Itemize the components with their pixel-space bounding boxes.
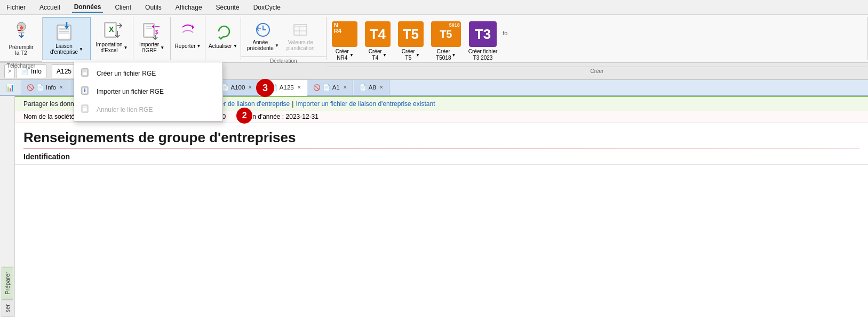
tab-a125-label: A125 (280, 84, 294, 91)
rge-create-icon (81, 68, 91, 79)
creer-t4-button[interactable]: T4 CréerT4 ▼ (363, 19, 393, 63)
svg-rect-27 (294, 25, 307, 35)
importation-arrow: ▼ (124, 45, 128, 50)
actualiser-spacer (205, 53, 241, 60)
tab-a100-close[interactable]: ✕ (248, 85, 252, 90)
menu-doxcycle[interactable]: DoxCycle (251, 3, 283, 12)
preremplir-t2-button[interactable]: 🍁 Préremplirla T2 (6, 19, 36, 58)
liaison-label: Liaisond'entreprise (50, 43, 78, 55)
tab-a8[interactable]: 📄 A8 ✕ (354, 80, 389, 95)
svg-text:🍁: 🍁 (19, 25, 23, 30)
svg-text:X: X (109, 25, 114, 34)
tab-info[interactable]: 🚫 📄 Info ✕ (21, 80, 69, 95)
creer-t5-button[interactable]: T5 CréerT5 ▼ (396, 19, 426, 63)
annuler-lien-rge-item: Annuler le lien RGE (74, 101, 222, 119)
valeurs-label: Valeurs deplanification (286, 39, 315, 51)
importer-fichier-rge-label: Importer un fichier RGE (97, 88, 164, 95)
tab-a125-close[interactable]: ✕ (297, 85, 301, 90)
preremplir-label: Préremplirla T2 (9, 44, 33, 56)
declaration-section: Annéeprécédente ▼ Valeurs deplanificatio… (241, 17, 327, 60)
liaison-dropdown-arrow: ▼ (79, 47, 83, 52)
importation-section: X Importationd'Excel ▼ (91, 17, 133, 60)
importer-section: $ Importerl'IGRF ▼ (133, 17, 171, 60)
svg-text:$: $ (155, 29, 158, 35)
tab-a100-label: A100 (231, 84, 245, 91)
reporter-arrow: ▼ (196, 44, 201, 48)
tab-a1[interactable]: 🚫 📄 A1 ✕ (308, 80, 353, 95)
menu-affichage[interactable]: Affichage (173, 3, 204, 12)
tab-info-close[interactable]: ✕ (59, 85, 63, 90)
nr4-arrow: ▼ (349, 53, 354, 58)
rge-import-icon (81, 86, 91, 97)
fin-annee: Fin d'année : 2023-12-31 (247, 113, 318, 120)
tab-a8-label: A8 (369, 84, 376, 91)
tab-a1-close[interactable]: ✕ (343, 85, 347, 90)
creer-t5018-button[interactable]: T5 5018 CréerT5018 ▼ (429, 19, 463, 63)
menu-outils[interactable]: Outils (143, 3, 164, 12)
t4-arrow: ▼ (383, 53, 387, 58)
preparer-tab[interactable]: Préparer (2, 267, 13, 299)
importer-label: Importerl'IGRF (139, 42, 159, 53)
annee-button[interactable]: Annéeprécédente ▼ (244, 19, 282, 53)
reporter-icon (178, 22, 197, 42)
liaison-dropdown-menu: Créer un fichier RGE Importer un fichier… (74, 62, 223, 121)
declaration-label: Déclaration (241, 56, 326, 64)
tab-info-status: 🚫 (27, 84, 34, 91)
menu-fichier[interactable]: Fichier (4, 3, 28, 12)
importer-button[interactable]: Importerl'IGRF ▼ (139, 42, 164, 53)
importer-fichier-rge-item[interactable]: Importer un fichier RGE (74, 83, 222, 101)
svg-rect-5 (19, 32, 24, 33)
actualiser-button[interactable]: Actualiser ▼ (209, 43, 237, 49)
annee-icon (254, 21, 272, 38)
formula-value: A125 (57, 68, 71, 75)
actualiser-arrow: ▼ (233, 44, 237, 48)
tab-a1-icon: 📄 (323, 84, 330, 91)
tab-a1-label: A1 (332, 84, 340, 91)
annuler-lien-rge-label: Annuler le lien RGE (97, 106, 153, 113)
svg-rect-39 (83, 106, 87, 111)
creer-section: NR4 CréerNR4 ▼ T4 CréerT4 ▼ (327, 17, 868, 60)
creer-t4-label: CréerT4 (369, 48, 382, 61)
actualiser-icon (213, 22, 233, 42)
rge-cancel-icon (81, 104, 91, 116)
reporter-section: Reporter ▼ (171, 17, 205, 60)
creer-fichier-rge-label: Créer un fichier RGE (97, 70, 156, 77)
menu-client[interactable]: Client (113, 3, 133, 12)
preremplir-icon: 🍁 (12, 21, 31, 43)
creer-t3-label: Créer fichierT3 2023 (468, 48, 497, 61)
tab-info-label: Info (46, 84, 56, 91)
creer-nr4-button[interactable]: NR4 CréerNR4 ▼ (330, 19, 360, 63)
creer-t3-button[interactable]: T3 Créer fichierT3 2023 (466, 19, 499, 63)
telecharger-label: Télécharger (0, 61, 42, 69)
sidebar-icon-1[interactable]: 📊 (6, 84, 14, 92)
menu-donnees[interactable]: Données (72, 2, 103, 13)
tab-a1-status: 🚫 (313, 84, 321, 91)
fo-label: fo (503, 19, 507, 36)
importation-label: Importationd'Excel (96, 42, 123, 53)
importation-button[interactable]: Importationd'Excel ▼ (96, 42, 128, 53)
reporter-button[interactable]: Reporter ▼ (175, 43, 201, 49)
page-title: Renseignements de groupe d'entreprises (15, 123, 868, 148)
import-liaison-link[interactable]: Importer un fichier de liaison d'entrepr… (296, 100, 435, 108)
svg-rect-32 (83, 70, 87, 75)
actualiser-label: Actualiser (209, 43, 232, 49)
importation-icon: X (101, 20, 123, 40)
creer-fichier-rge-item[interactable]: Créer un fichier RGE (74, 64, 222, 83)
t5018-arrow: ▼ (452, 53, 456, 58)
menu-bar: Fichier Accueil Données Client Outils Af… (0, 0, 868, 15)
importer-arrow: ▼ (160, 45, 164, 50)
actualiser-section: Actualiser ▼ (205, 17, 241, 60)
annee-label: Annéeprécédente (247, 39, 274, 51)
reporter-spacer (171, 53, 205, 60)
liaison-dropdown-button[interactable]: Liaisond'entreprise ▼ (50, 43, 83, 55)
creer-label: Créer (327, 67, 867, 74)
t5-arrow: ▼ (416, 53, 420, 58)
valeurs-icon (292, 21, 309, 38)
menu-securite[interactable]: Sécurité (214, 3, 242, 12)
tab-a8-close[interactable]: ✕ (379, 85, 384, 90)
menu-accueil[interactable]: Accueil (37, 3, 62, 12)
telecharger-section: 🍁 Préremplirla T2 Télécharger (0, 17, 43, 60)
badge-2: 2 (236, 108, 252, 124)
vertical-sidebar: Préparer ser (0, 96, 15, 317)
ser-tab[interactable]: ser (2, 299, 13, 317)
